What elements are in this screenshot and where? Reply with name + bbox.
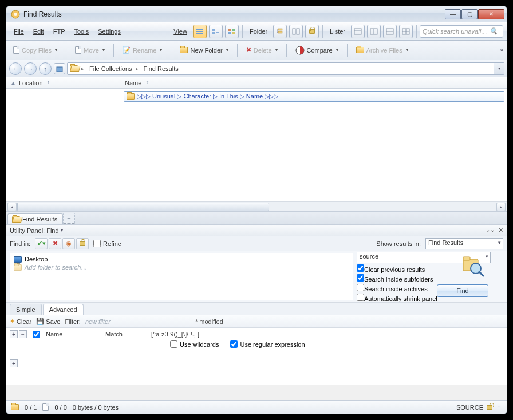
clear-filter-button[interactable]: ✦Clear <box>10 318 31 325</box>
svg-rect-6 <box>216 29 219 29</box>
rule-op[interactable]: Match <box>105 331 145 338</box>
menu-settings[interactable]: Settings <box>94 26 125 37</box>
name-pane[interactable]: ▷▷▷ Unusual ▷ Character ▷ In This ▷ Name… <box>121 89 507 201</box>
copy-files-button[interactable]: Copy Files▾ <box>10 45 61 56</box>
add-folder-button[interactable]: ✔▾ <box>35 238 48 249</box>
refine-checkbox[interactable]: Refine <box>93 240 121 247</box>
filter-name[interactable]: new filter <box>85 318 111 325</box>
archive-button[interactable]: Archive Files▾ <box>353 45 412 56</box>
breadcrumb-seg-1[interactable]: File Collections▸ <box>87 63 141 74</box>
remove-folder-button[interactable]: ✖ <box>49 238 61 249</box>
resize-grip[interactable]: ⋰ <box>496 403 502 411</box>
rule-enabled-checkbox[interactable] <box>33 331 40 338</box>
svg-rect-14 <box>278 31 282 33</box>
menu-folder[interactable]: Folder <box>246 26 271 37</box>
panel-collapse-button[interactable]: ⌄⌄ <box>486 227 495 234</box>
folder-lock-button[interactable] <box>305 25 319 38</box>
lister-layout-4-button[interactable] <box>399 25 413 38</box>
move-button[interactable]: Move▾ <box>72 45 108 56</box>
archive-icon <box>356 47 364 53</box>
lister-layout-2-button[interactable] <box>367 25 381 38</box>
file-view: ▷▷▷ Unusual ▷ Character ▷ In This ▷ Name… <box>6 89 507 201</box>
rename-button[interactable]: 📝Rename▾ <box>119 45 166 56</box>
panel-close-button[interactable]: ✕ <box>498 227 503 234</box>
find-button[interactable]: Find <box>437 284 488 297</box>
column-location[interactable]: ▲Location↑1 <box>6 77 121 88</box>
add-group-button[interactable]: + <box>10 359 18 367</box>
lock-icon <box>80 241 85 246</box>
delete-button[interactable]: ✖Delete▾ <box>243 45 281 56</box>
add-rule-button[interactable]: + <box>10 330 18 338</box>
scroll-thumb[interactable] <box>17 203 269 211</box>
location-pane[interactable] <box>6 89 121 201</box>
add-folder-hint[interactable]: Add folder to search… <box>14 263 349 271</box>
window-title: Find Results <box>22 10 444 18</box>
lock-icon <box>309 29 315 34</box>
view-mode-details-button[interactable] <box>193 25 207 38</box>
menu-lister[interactable]: Lister <box>326 26 349 37</box>
view-mode-thumbs-button[interactable] <box>225 25 239 38</box>
use-wildcards-checkbox[interactable]: Use wildcards <box>170 340 219 348</box>
close-button[interactable]: ✕ <box>478 9 504 19</box>
breadcrumb-root[interactable]: ▸ <box>79 63 87 74</box>
new-tab-button[interactable]: + <box>63 213 74 224</box>
new-folder-button[interactable]: New Folder▾ <box>176 45 231 56</box>
tab-find-results[interactable]: Find Results <box>7 213 63 224</box>
page-icon <box>42 403 49 411</box>
menu-view[interactable]: View <box>169 26 191 37</box>
reset-button[interactable]: ◉ <box>62 238 75 249</box>
svg-rect-13 <box>278 29 282 30</box>
save-filter-button[interactable]: 💾Save <box>36 318 60 325</box>
use-regex-checkbox[interactable]: Use regular expression <box>230 340 305 348</box>
utility-panel-header: Utility Panel: Find ▾ ⌄⌄ ✕ <box>6 225 507 236</box>
quick-search-input[interactable]: Quick search unavail…🔍 <box>420 25 503 38</box>
compare-button[interactable]: Compare▾ <box>292 44 342 57</box>
nav-history-button[interactable] <box>54 63 65 74</box>
tab-simple[interactable]: Simple <box>10 304 42 315</box>
action-toolbar: Copy Files▾ Move▾ 📝Rename▾ New Folder▾ ✖… <box>6 41 507 60</box>
svg-rect-2 <box>196 29 203 30</box>
svg-rect-8 <box>216 32 219 33</box>
path-dropdown-button[interactable]: ▾ <box>494 63 504 74</box>
folder-icon <box>127 93 135 100</box>
rule-pattern[interactable]: [^a-z0-9()_[\]\-!., ] <box>151 331 199 338</box>
lister-layout-3-button[interactable] <box>383 25 397 38</box>
scroll-track[interactable] <box>17 203 496 211</box>
menu-tools[interactable]: Tools <box>70 26 93 37</box>
result-row[interactable]: ▷▷▷ Unusual ▷ Character ▷ In This ▷ Name… <box>124 91 504 102</box>
nav-forward-button[interactable]: → <box>24 62 37 75</box>
menu-ftp[interactable]: FTP <box>49 26 69 37</box>
lister-layout-1-button[interactable] <box>351 25 365 38</box>
breadcrumb-seg-2[interactable]: Find Results <box>141 63 181 74</box>
find-large-icon <box>460 253 485 279</box>
remove-rule-button[interactable]: − <box>19 330 27 338</box>
delete-icon: ✖ <box>246 46 251 54</box>
utility-panel-name[interactable]: Find <box>46 227 58 234</box>
svg-rect-29 <box>463 257 470 260</box>
dual-pane-button[interactable] <box>289 25 303 38</box>
horizontal-scrollbar[interactable]: ◂ ▸ <box>6 201 507 211</box>
results-target-dropdown[interactable]: Find Results <box>425 238 503 249</box>
menu-edit[interactable]: Edit <box>29 26 48 37</box>
menu-file[interactable]: File <box>10 26 28 37</box>
scroll-left-button[interactable]: ◂ <box>7 203 17 211</box>
lock-path-button[interactable] <box>76 238 89 249</box>
rule-field[interactable]: Name <box>46 331 100 338</box>
toolbar-overflow-icon[interactable]: » <box>500 47 503 53</box>
svg-rect-27 <box>57 67 62 72</box>
tab-advanced[interactable]: Advanced <box>43 304 84 315</box>
column-name[interactable]: Name↑2 <box>121 77 507 88</box>
folder-tree-button[interactable] <box>273 25 287 38</box>
view-mode-list-button[interactable] <box>209 25 223 38</box>
location-desktop[interactable]: Desktop <box>14 255 349 263</box>
nav-up-button[interactable]: ↑ <box>39 62 52 75</box>
path-field[interactable]: ▸ File Collections▸ Find Results ▾ <box>67 62 504 75</box>
scroll-right-button[interactable]: ▸ <box>496 203 506 211</box>
utility-panel-label: Utility Panel: <box>10 227 45 234</box>
minimize-button[interactable]: ― <box>445 9 461 19</box>
nav-back-button[interactable]: ← <box>9 62 22 75</box>
maximize-button[interactable]: ▢ <box>461 9 478 19</box>
svg-point-1 <box>14 13 17 16</box>
lock-open-icon[interactable] <box>487 405 492 410</box>
search-locations-list[interactable]: Desktop Add folder to search… <box>10 253 353 300</box>
